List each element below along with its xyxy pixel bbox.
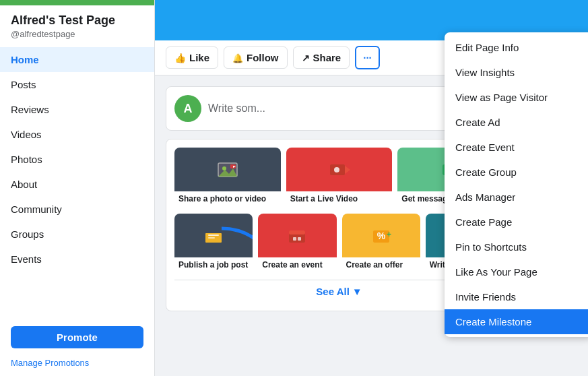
share-label: Share [313,52,341,63]
sidebar-item-photos[interactable]: Photos [0,147,154,172]
job-icon [174,214,253,257]
page-name: Alfred's Test Page [11,13,143,28]
more-dots-icon: ··· [363,52,372,63]
svg-marker-6 [345,166,350,174]
svg-text:%: % [377,230,385,241]
follow-button[interactable]: Follow [224,46,288,69]
sidebar-cover [0,0,154,5]
offer-label: Create an offer [342,257,420,272]
dropdown-menu: Edit Page Info View Insights View as Pag… [445,32,588,337]
like-button[interactable]: Like [166,46,218,69]
svg-rect-17 [289,230,305,234]
svg-point-7 [334,167,339,173]
dropdown-item-create-page[interactable]: Create Page [445,210,588,234]
sidebar-nav: Home Posts Reviews Videos Photos About C… [0,44,154,274]
svg-point-1 [222,166,226,170]
grid-item-live[interactable]: Start a Live Video [286,148,393,208]
share-icon [302,52,310,63]
dropdown-item-ads-manager[interactable]: Ads Manager [445,185,588,210]
grid-item-job[interactable]: Publish a job post [174,214,253,274]
svg-rect-18 [293,237,296,241]
main-content: Like Follow Share ··· A [155,0,588,376]
sidebar: Alfred's Test Page @alfredtestpage Home … [0,0,155,376]
grid-item-photo[interactable]: Share a photo or video [174,148,281,208]
sidebar-item-events[interactable]: Events [0,247,154,272]
dropdown-item-edit-page-info[interactable]: Edit Page Info [445,35,588,60]
event-label: Create an event [258,257,336,272]
more-button[interactable]: ··· [355,46,380,69]
sidebar-item-groups[interactable]: Groups [0,222,154,247]
live-label: Start a Live Video [286,191,393,206]
see-all-chevron-icon: ▼ [352,286,362,297]
sidebar-bottom: Promote Manage Promotions [0,321,154,376]
grid-item-offer[interactable]: % + Create an offer [342,214,420,274]
dropdown-item-view-as-visitor[interactable]: View as Page Visitor [445,85,588,110]
dropdown-item-create-ad[interactable]: Create Ad [445,110,588,135]
event-icon [258,214,336,257]
photo-icon [174,148,281,191]
sidebar-item-reviews[interactable]: Reviews [0,97,154,122]
share-button[interactable]: Share [293,46,350,69]
avatar: A [174,95,201,122]
svg-rect-19 [298,237,301,241]
sidebar-header: Alfred's Test Page @alfredtestpage [0,5,154,44]
offer-icon: % + [342,214,420,257]
page-handle: @alfredtestpage [11,29,143,39]
see-all-label: See All [316,286,349,297]
dropdown-item-like-as-page[interactable]: Like As Your Page [445,259,588,284]
manage-promotions-link[interactable]: Manage Promotions [11,355,143,371]
write-post-placeholder[interactable]: Write som... [208,102,265,115]
sidebar-item-videos[interactable]: Videos [0,122,154,147]
sidebar-item-posts[interactable]: Posts [0,72,154,97]
dropdown-item-create-event[interactable]: Create Event [445,135,588,160]
photo-label: Share a photo or video [174,191,281,206]
sidebar-item-community[interactable]: Community [0,197,154,222]
dropdown-item-view-insights[interactable]: View Insights [445,60,588,85]
dropdown-item-pin-shortcuts[interactable]: Pin to Shortcuts [445,234,588,259]
dropdown-item-invite-friends[interactable]: Invite Friends [445,284,588,309]
sidebar-item-home[interactable]: Home [0,47,154,72]
follow-icon [232,52,243,63]
svg-text:+: + [387,230,391,239]
sidebar-item-about[interactable]: About [0,172,154,197]
dropdown-item-create-milestone[interactable]: Create Milestone [445,309,588,334]
thumb-icon [174,52,186,63]
grid-item-event[interactable]: Create an event [258,214,336,274]
promote-button[interactable]: Promote [11,326,143,348]
like-label: Like [189,52,209,63]
svg-rect-14 [208,237,215,239]
follow-label: Follow [247,52,279,63]
live-icon [286,148,393,191]
blue-arrow [215,222,253,274]
dropdown-item-create-group[interactable]: Create Group [445,160,588,185]
